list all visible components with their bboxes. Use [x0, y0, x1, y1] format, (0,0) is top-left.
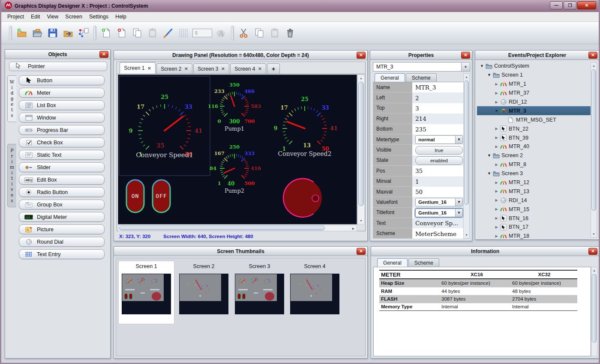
property-dropdown-titlefont[interactable]: Gentium_16▼ — [415, 209, 463, 217]
menu-help[interactable]: Help — [112, 12, 130, 21]
tree-item-screen 3[interactable]: ▼Screen 3 — [477, 169, 591, 178]
tree-item-mtr_msg_set[interactable]: MTR_MSG_SET — [477, 115, 591, 124]
expand-arrow-icon[interactable]: ▶ — [494, 163, 499, 167]
expand-arrow-icon[interactable]: ▶ — [494, 216, 499, 220]
generate-code-icon[interactable] — [77, 27, 90, 39]
meter-MTR_40[interactable]: 19172533415013Conveyor Speed2 — [274, 96, 338, 157]
property-value[interactable]: Gentium_16▼ — [412, 197, 464, 207]
canvas-round-dial[interactable] — [283, 179, 322, 217]
menu-edit[interactable]: Edit — [27, 12, 44, 21]
widget-text-entry[interactable]: Text Entry — [19, 249, 105, 259]
explorer-close-icon[interactable]: ✕ — [588, 52, 597, 59]
tab-close-icon[interactable]: ✕ — [258, 66, 261, 71]
tab-screen-2[interactable]: Screen 2✕ — [156, 63, 192, 74]
scroll-down-icon[interactable]: ▼ — [591, 231, 597, 237]
expand-arrow-icon[interactable]: ▶ — [494, 181, 499, 185]
grid-icon[interactable] — [177, 27, 190, 39]
drawing-close-icon[interactable]: ✕ — [357, 52, 366, 59]
widget-check-box[interactable]: Check Box — [19, 137, 105, 147]
minimize-button[interactable]: — — [550, 1, 563, 9]
tree-item-mtr_40[interactable]: ▶MTR_40 — [477, 142, 591, 151]
copy-screen-icon[interactable] — [131, 27, 144, 39]
collapse-arrow-icon[interactable]: ▼ — [494, 109, 499, 113]
export-project-icon[interactable] — [62, 27, 75, 39]
save-project-icon[interactable] — [46, 27, 59, 39]
cut-icon[interactable] — [237, 27, 250, 39]
canvas-horizontal-scrollbar[interactable]: ▶ — [118, 225, 357, 231]
menu-screen[interactable]: Screen — [62, 12, 86, 21]
object-selector-dropdown[interactable]: MTR_3 ▼ — [373, 62, 470, 72]
tree-item-btn_22[interactable]: ▶BTN_22 — [477, 124, 591, 133]
new-screen-icon[interactable] — [100, 27, 113, 39]
expand-arrow-icon[interactable]: ▶ — [494, 189, 499, 193]
property-button-visible[interactable]: true — [415, 146, 463, 155]
widget-window[interactable]: Window — [19, 113, 105, 122]
widget-list-box[interactable]: List Box — [19, 100, 105, 110]
information-tab-general[interactable]: General — [377, 258, 408, 267]
property-dropdown-valuefont[interactable]: Gentium_16▼ — [415, 198, 463, 206]
thumbnail-screen-3[interactable] — [235, 274, 284, 314]
property-value[interactable]: enabled — [412, 155, 464, 166]
expand-arrow-icon[interactable]: ▶ — [494, 207, 499, 211]
chevron-down-icon[interactable]: ▼ — [455, 136, 462, 143]
grid-size-input[interactable] — [192, 29, 212, 37]
property-button-state[interactable]: enabled — [415, 156, 463, 165]
paste-icon[interactable] — [268, 27, 281, 39]
format-brush-icon[interactable] — [162, 27, 174, 39]
scroll-up-icon[interactable]: ▲ — [463, 74, 470, 80]
paste-screen-icon[interactable] — [146, 27, 159, 39]
font-icon[interactable]: A — [215, 27, 228, 39]
information-scrollbar[interactable]: ▲ — [591, 267, 597, 356]
property-dropdown-metertype[interactable]: normal▼ — [415, 135, 463, 144]
expand-arrow-icon[interactable]: ▶ — [494, 234, 499, 238]
menu-project[interactable]: Project — [4, 12, 27, 21]
new-project-icon[interactable] — [15, 27, 28, 39]
canvas-button-on[interactable]: ON — [126, 180, 144, 212]
tree-item-rdi_14[interactable]: ▶RDI_14 — [477, 196, 591, 205]
pointer-tool-button[interactable]: Pointer — [9, 62, 107, 71]
widget-progress-bar[interactable]: 1%Progress Bar — [19, 125, 105, 135]
copy-icon[interactable] — [253, 27, 266, 39]
tree-item-mtr_1[interactable]: ▶MTR_1 — [477, 80, 591, 89]
meter-MTR_1[interactable]: 0116233350466583700300Pump1 — [208, 82, 261, 132]
tab-close-icon[interactable]: ✕ — [147, 66, 151, 71]
menu-settings[interactable]: Settings — [86, 12, 112, 21]
tree-item-mtr_13[interactable]: ▶MTR_13 — [477, 187, 591, 196]
widget-button[interactable]: Button — [19, 75, 105, 85]
expand-arrow-icon[interactable]: ▶ — [494, 145, 499, 149]
collapse-arrow-icon[interactable]: ▼ — [487, 171, 492, 176]
property-value[interactable]: normal▼ — [412, 134, 464, 145]
objects-tab-widgets[interactable]: Widgets — [7, 75, 16, 122]
menu-view[interactable]: View — [43, 12, 62, 21]
chevron-down-icon[interactable]: ▼ — [461, 63, 470, 71]
widget-digital-meter[interactable]: 123.4Digital Meter — [19, 212, 105, 222]
widget-group-box[interactable]: GBGroup Box — [19, 200, 105, 209]
widget-static-text[interactable]: Static Text — [19, 150, 105, 160]
tree-item-rdi_12[interactable]: ▶RDI_12 — [477, 98, 591, 107]
tree-item-screen 1[interactable]: ▼Screen 1 — [477, 71, 591, 80]
tree-item-mtr_37[interactable]: ▶MTR_37 — [477, 89, 591, 98]
thumbnails-close-icon[interactable]: ✕ — [357, 248, 366, 255]
restore-button[interactable]: ❐ — [564, 1, 576, 9]
properties-tab-scheme[interactable]: Scheme — [406, 73, 437, 82]
thumbnail-screen-2[interactable] — [179, 274, 228, 314]
widget-picture[interactable]: Picture — [19, 224, 105, 234]
tree-item-screen 2[interactable]: ▼Screen 2 — [477, 151, 591, 160]
delete-icon[interactable] — [284, 27, 297, 39]
collapse-arrow-icon[interactable]: ▼ — [480, 64, 484, 68]
thumbnail-screen-4[interactable] — [290, 274, 339, 314]
tab-close-icon[interactable]: ✕ — [221, 66, 225, 71]
tree-item-mtr_12[interactable]: ▶MTR_12 — [477, 178, 591, 187]
expand-arrow-icon[interactable]: ▶ — [494, 100, 499, 104]
expand-arrow-icon[interactable]: ▶ — [494, 82, 499, 86]
tree-item-mtr_15[interactable]: ▶MTR_15 — [477, 205, 591, 214]
meter-MTR_37[interactable]: 18416725033341650040Pump2 — [210, 144, 261, 194]
collapse-arrow-icon[interactable]: ▼ — [487, 73, 492, 77]
widget-round-dial[interactable]: Round Dial — [19, 237, 105, 247]
information-close-icon[interactable]: ✕ — [588, 248, 597, 255]
dial-knob[interactable] — [312, 195, 319, 202]
scroll-up-icon[interactable]: ▲ — [591, 63, 597, 69]
chevron-down-icon[interactable]: ▼ — [455, 198, 462, 206]
expand-arrow-icon[interactable]: ▶ — [494, 136, 499, 140]
scroll-up-icon[interactable]: ▲ — [358, 75, 364, 81]
